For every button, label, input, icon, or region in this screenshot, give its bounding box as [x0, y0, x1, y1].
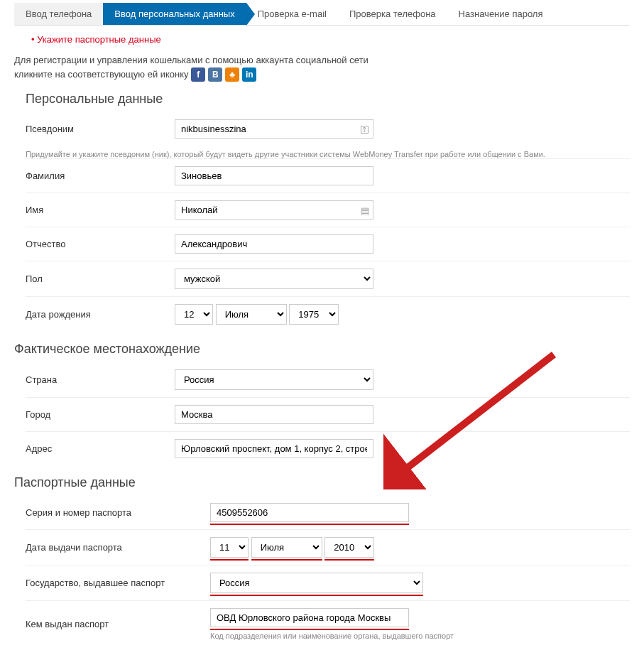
passport-state-label: Государство, выдавшее паспорт [26, 578, 210, 588]
surname-input[interactable] [175, 166, 373, 185]
issue-year-select[interactable]: 2010 [324, 537, 374, 558]
country-label: Страна [26, 374, 175, 385]
nickname-label: Псевдоним [26, 124, 175, 134]
dob-year-select[interactable]: 1975 [289, 304, 339, 325]
key-icon: ⚿ [360, 124, 369, 134]
name-label: Имя [26, 205, 175, 215]
step-password[interactable]: Назначение пароля [447, 3, 555, 25]
address-label: Адрес [26, 443, 175, 454]
gender-label: Пол [26, 274, 175, 284]
address-input[interactable] [175, 439, 373, 458]
country-select[interactable]: Россия [175, 369, 373, 390]
passport-series-label: Серия и номер паспорта [26, 507, 210, 518]
intro-line2: кликните на соответствующую ей иконку [14, 69, 189, 80]
steps-bar: Ввод телефона Ввод персональных данных П… [14, 3, 630, 26]
issue-month-select[interactable]: Июля [251, 537, 322, 558]
surname-label: Фамилия [26, 170, 175, 181]
passport-issued-by-input[interactable] [210, 608, 409, 627]
passport-series-input[interactable] [210, 503, 409, 522]
dob-month-select[interactable]: Июля [216, 304, 287, 325]
contact-icon: ▤ [361, 205, 369, 215]
dob-label: Дата рождения [26, 309, 175, 320]
step-email[interactable]: Проверка e-mail [246, 3, 338, 25]
facebook-icon[interactable]: f [191, 67, 205, 82]
passport-issued-by-hint: Код подразделения или наименование орган… [210, 632, 630, 640]
step-phone[interactable]: Ввод телефона [14, 3, 103, 25]
section-personal-title: Персональные данные [26, 92, 630, 107]
patronymic-label: Отчество [26, 239, 175, 249]
nickname-hint: Придумайте и укажите псевдоним (ник), ко… [26, 150, 630, 158]
city-input[interactable] [175, 405, 373, 424]
name-input[interactable] [175, 200, 373, 220]
step-phone-check[interactable]: Проверка телефона [338, 3, 447, 25]
city-label: Город [26, 409, 175, 420]
passport-issue-date-label: Дата выдачи паспорта [26, 542, 210, 553]
section-location-title: Фактическое местонахождение [14, 342, 630, 357]
passport-state-select[interactable]: Россия [210, 573, 423, 593]
nickname-input[interactable] [175, 119, 373, 139]
passport-issued-by-label: Кем выдан паспорт [26, 619, 210, 629]
linkedin-icon[interactable]: in [242, 67, 256, 82]
intro-line1: Для регистрации и управления кошельками … [14, 55, 369, 65]
error-message: Укажите паспортные данные [31, 34, 630, 45]
intro-text: Для регистрации и управления кошельками … [14, 53, 630, 82]
section-passport-title: Паспортные данные [14, 475, 630, 490]
patronymic-input[interactable] [175, 234, 373, 254]
gender-select[interactable]: мужской [175, 269, 373, 289]
dob-day-select[interactable]: 12 [175, 304, 213, 325]
step-personal[interactable]: Ввод персональных данных [103, 3, 246, 25]
odnoklassniki-icon[interactable]: ♣ [225, 67, 239, 82]
vkontakte-icon[interactable]: B [208, 67, 222, 82]
issue-day-select[interactable]: 11 [210, 537, 249, 558]
